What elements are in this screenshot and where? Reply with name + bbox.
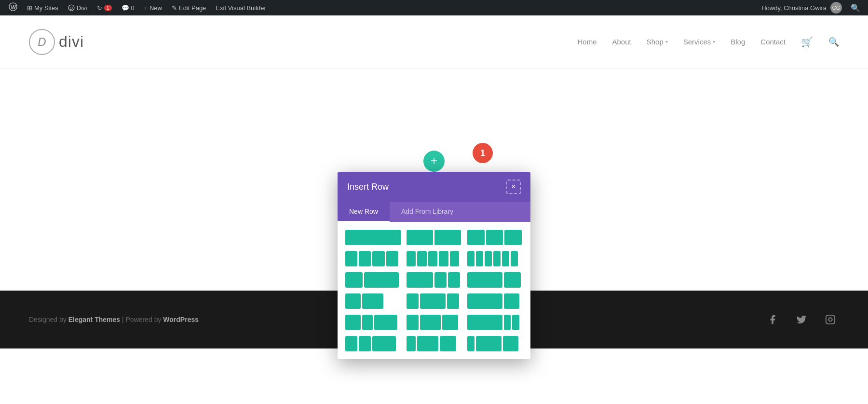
modal-close-button[interactable]: × <box>506 180 521 194</box>
nav-home[interactable]: Home <box>577 38 597 46</box>
modal-body <box>338 222 530 359</box>
logo-circle: D <box>29 29 55 55</box>
layout-mix-5b[interactable] <box>407 315 462 330</box>
comments-count: 0 <box>131 4 135 12</box>
layout-quarter4[interactable] <box>345 251 401 266</box>
layout-mixed-2[interactable] <box>407 293 462 309</box>
nav-services[interactable]: Services ▾ <box>683 38 716 46</box>
svg-rect-4 <box>826 315 835 324</box>
admin-search-button[interactable]: 🔍 <box>847 3 864 13</box>
layout-row-1 <box>345 230 523 245</box>
howdy-text: Howdy, Christina Gwira <box>761 4 827 12</box>
footer-social <box>764 311 839 328</box>
my-sites-item[interactable]: ⊞ My Sites <box>22 0 63 15</box>
svg-text:W: W <box>11 4 16 10</box>
modal-tabs: New Row Add From Library <box>338 202 530 222</box>
layout-qtr-half-qtr[interactable] <box>345 293 401 309</box>
cart-icon[interactable]: 🛒 <box>801 36 813 48</box>
wp-logo-item[interactable]: W <box>4 0 22 15</box>
close-icon: × <box>511 182 515 191</box>
logo-text: divi <box>59 33 84 51</box>
wp-icon: W <box>9 2 17 14</box>
new-content-item[interactable]: + New <box>139 0 167 15</box>
layout-fifth5[interactable] <box>407 251 462 266</box>
updates-item[interactable]: ↻ 1 <box>92 0 117 15</box>
layout-mix-6c[interactable] <box>467 336 523 351</box>
nav-about[interactable]: About <box>612 38 631 46</box>
updates-icon: ↻ <box>97 4 102 12</box>
divi-label: Divi <box>77 4 87 12</box>
my-sites-label: My Sites <box>34 4 58 12</box>
edit-page-label: Edit Page <box>179 4 206 12</box>
layout-row-3 <box>345 272 523 288</box>
shop-chevron: ▾ <box>665 39 668 44</box>
page-content: + 1 Insert Row × New Row Add From Librar… <box>0 69 868 291</box>
divi-item[interactable]: D Divi <box>63 0 92 15</box>
site-header: D divi Home About Shop ▾ Services ▾ Blog… <box>0 15 868 69</box>
layout-sixth6[interactable] <box>467 251 523 266</box>
logo-letter: D <box>38 35 46 49</box>
layout-mixed-3[interactable] <box>467 293 523 309</box>
add-row-button[interactable]: + <box>423 151 445 172</box>
layout-third-third-third[interactable] <box>467 230 523 245</box>
comments-icon: 💬 <box>122 4 129 12</box>
layout-row-2 <box>345 251 523 266</box>
elegant-themes-link[interactable]: Elegant Themes <box>68 316 120 323</box>
add-row-icon: + <box>431 154 437 167</box>
admin-bar-user[interactable]: Howdy, Christina Gwira CG <box>757 2 847 14</box>
divi-icon: D <box>68 4 75 11</box>
layout-row-5 <box>345 315 523 330</box>
layout-twothird-third[interactable] <box>467 272 523 288</box>
notification-count: 1 <box>480 148 485 158</box>
layout-full[interactable] <box>345 230 401 245</box>
wordpress-link[interactable]: WordPress <box>163 316 199 323</box>
sites-icon: ⊞ <box>27 4 32 12</box>
new-label: + New <box>144 4 162 12</box>
edit-page-item[interactable]: ✎ Edit Page <box>167 0 211 15</box>
layout-row-4 <box>345 293 523 309</box>
instagram-icon[interactable] <box>822 311 839 328</box>
exit-builder-item[interactable]: Exit Visual Builder <box>211 0 271 15</box>
modal-title: Insert Row <box>347 182 389 192</box>
exit-builder-label: Exit Visual Builder <box>216 4 266 12</box>
layout-half-qtr-qtr[interactable] <box>407 272 462 288</box>
services-chevron: ▾ <box>713 39 715 44</box>
layout-mix-6a[interactable] <box>345 336 401 351</box>
tab-add-from-library[interactable]: Add From Library <box>390 202 465 222</box>
layout-mix-6b[interactable] <box>407 336 462 351</box>
insert-row-modal: Insert Row × New Row Add From Library <box>338 172 530 359</box>
facebook-icon[interactable] <box>764 311 781 328</box>
notification-badge[interactable]: 1 <box>473 143 493 163</box>
layout-third-twothird[interactable] <box>345 272 401 288</box>
updates-count: 1 <box>104 5 112 11</box>
user-avatar: CG <box>830 2 842 14</box>
site-nav: Home About Shop ▾ Services ▾ Blog Contac… <box>577 36 839 48</box>
nav-blog[interactable]: Blog <box>731 38 745 46</box>
footer-text: Designed by Elegant Themes | Powered by … <box>29 316 199 323</box>
nav-search-icon[interactable]: 🔍 <box>828 37 839 47</box>
comments-item[interactable]: 💬 0 <box>117 0 139 15</box>
edit-icon: ✎ <box>172 4 177 12</box>
nav-contact[interactable]: Contact <box>760 38 786 46</box>
admin-bar: W ⊞ My Sites D Divi ↻ 1 💬 0 + New ✎ Edit… <box>0 0 868 15</box>
nav-shop[interactable]: Shop ▾ <box>647 38 668 46</box>
layout-row-6 <box>345 336 523 351</box>
modal-header: Insert Row × <box>338 172 530 202</box>
site-logo[interactable]: D divi <box>29 29 84 55</box>
layout-half-half[interactable] <box>407 230 462 245</box>
tab-library-label: Add From Library <box>401 208 453 215</box>
tab-new-row-label: New Row <box>349 208 378 215</box>
twitter-icon[interactable] <box>793 311 810 328</box>
layout-mix-5c[interactable] <box>467 315 523 330</box>
tab-new-row[interactable]: New Row <box>338 202 390 222</box>
svg-text:D: D <box>69 6 73 11</box>
layout-mix-5a[interactable] <box>345 315 401 330</box>
